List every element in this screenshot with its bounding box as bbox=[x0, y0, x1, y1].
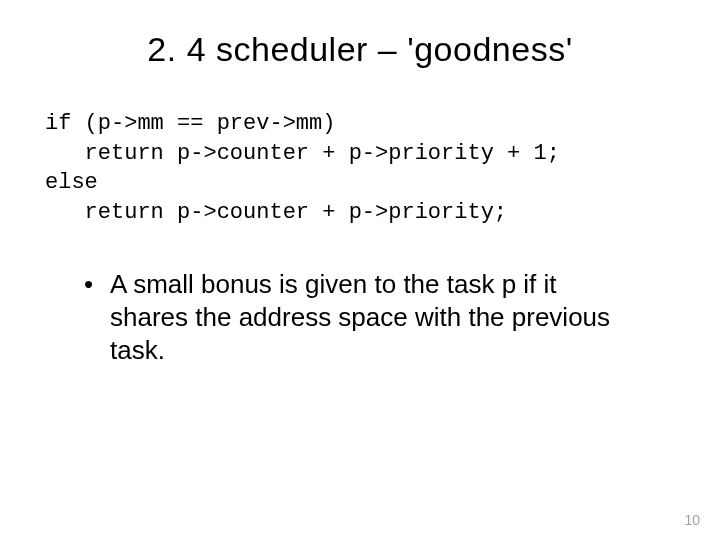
code-line-3: else bbox=[45, 170, 98, 195]
slide: 2. 4 scheduler – 'goodness' if (p->mm ==… bbox=[0, 0, 720, 540]
slide-title: 2. 4 scheduler – 'goodness' bbox=[40, 30, 680, 69]
code-line-4: return p->counter + p->priority; bbox=[45, 200, 507, 225]
bullet-marker-icon: • bbox=[80, 268, 110, 301]
bullet-item: • A small bonus is given to the task p i… bbox=[80, 268, 640, 368]
page-number: 10 bbox=[684, 512, 700, 528]
bullet-text: A small bonus is given to the task p if … bbox=[110, 268, 640, 368]
bullet-list: • A small bonus is given to the task p i… bbox=[80, 268, 640, 368]
code-line-1: if (p->mm == prev->mm) bbox=[45, 111, 335, 136]
code-block: if (p->mm == prev->mm) return p->counter… bbox=[45, 109, 680, 228]
code-line-2: return p->counter + p->priority + 1; bbox=[45, 141, 560, 166]
